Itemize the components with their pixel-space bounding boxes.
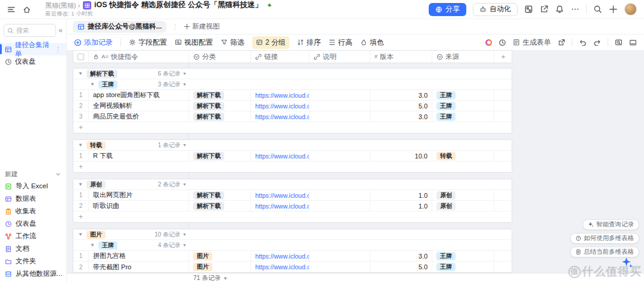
cell-desc[interactable] — [309, 190, 370, 200]
cell-category[interactable]: 解析下载 — [189, 101, 251, 111]
create-dashboard[interactable]: 仪表盘 — [0, 217, 66, 230]
redo-icon[interactable] — [593, 38, 601, 46]
table-row[interactable]: 2 听歌识曲 解析下载 https://www.icloud.com... 1.… — [73, 201, 512, 212]
cell-desc[interactable] — [309, 101, 370, 111]
table-row[interactable]: 3 商品历史最低价 解析下载 https://www.icloud.com...… — [73, 111, 512, 122]
count-dropdown-icon[interactable]: ▼ — [182, 71, 187, 76]
new-section-header[interactable]: 新建 — [0, 168, 66, 180]
cell-version[interactable]: 10.0 — [370, 151, 432, 161]
add-record-row[interactable]: + — [73, 161, 512, 172]
row-number[interactable]: 1 — [73, 151, 89, 161]
widescreen-icon[interactable] — [629, 38, 637, 46]
column-header-desc[interactable]: 说明 — [309, 51, 370, 63]
column-header-link[interactable]: 链接 — [251, 51, 309, 63]
cell-version[interactable]: 3.0 — [370, 251, 432, 261]
add-record-button[interactable]: 添加记录 — [74, 38, 113, 48]
cell-name[interactable]: 取出网页图片 — [89, 190, 189, 200]
collaborator-ring-icon[interactable] — [485, 39, 492, 46]
group-tag[interactable]: 图片 — [86, 231, 106, 239]
sidebar-search-input[interactable] — [16, 27, 46, 34]
cell-desc[interactable] — [309, 111, 370, 122]
group-header[interactable]: ▼ 转载 1 条记录▼ — [73, 140, 512, 151]
cell-source[interactable]: 转载 — [432, 151, 494, 161]
cell-desc[interactable] — [309, 251, 370, 261]
cell-name[interactable]: 听歌识曲 — [89, 201, 189, 211]
collapse-caret-icon[interactable]: ▼ — [90, 242, 95, 248]
ai-query-records-button[interactable]: 智能查询记录 — [583, 219, 639, 230]
table-row[interactable]: 1 R 下载 解析下载 https://www.icloud.com... 10… — [73, 151, 512, 161]
create-datasheet[interactable]: 数据表 — [0, 192, 66, 205]
cell-name[interactable]: app store圆角图标下载 — [89, 90, 189, 100]
group-header[interactable]: ▼ 解析下载 6 条记录▼ — [73, 69, 512, 79]
cell-version[interactable]: 1.0 — [370, 190, 432, 200]
table-row[interactable]: 2 带壳截图 Pro 图片 https://www.icloud.com... … — [73, 262, 512, 272]
row-number[interactable]: 2 — [73, 101, 89, 111]
cell-category[interactable]: 解析下载 — [189, 151, 251, 161]
group-button[interactable]: 2 分组 — [252, 36, 289, 49]
history-clock-icon[interactable] — [499, 38, 506, 46]
create-workflow[interactable]: 工作流 — [0, 230, 66, 242]
cell-link[interactable]: https://www.icloud.com... — [251, 111, 309, 122]
sidebar-item-dashboard[interactable]: 仪表盘 — [0, 55, 66, 68]
cell-source[interactable]: 原创 — [432, 201, 494, 211]
row-number[interactable]: 3 — [73, 111, 89, 122]
filter-button[interactable]: 筛选 — [221, 38, 244, 48]
table-row[interactable]: 1 app store圆角图标下载 解析下载 https://www.iclou… — [73, 90, 512, 101]
cell-source[interactable]: 王牌 — [432, 90, 494, 100]
ai-assistant-button[interactable] — [620, 256, 634, 270]
fill-color-button[interactable]: 填色 — [360, 38, 384, 48]
cell-category[interactable]: 解析下载 — [189, 90, 251, 100]
record-count-footer[interactable]: 71 条记录 ▼ — [67, 273, 644, 283]
sidebar-toggle-icon[interactable] — [7, 5, 16, 14]
group-tag[interactable]: 转载 — [86, 141, 106, 150]
group-tag[interactable]: 解析下载 — [86, 70, 117, 78]
column-header-category[interactable]: 分类 — [189, 51, 251, 63]
automation-button[interactable]: 自动化 — [473, 3, 518, 16]
cell-link[interactable]: https://www.icloud.com... — [251, 190, 309, 200]
breadcrumb[interactable]: 黑猫(黑猫) › — [45, 2, 80, 9]
cell-version[interactable]: 3.0 — [370, 90, 432, 100]
collapse-sidebar-button[interactable]: « — [58, 26, 63, 35]
count-dropdown-icon[interactable]: ▼ — [182, 243, 187, 247]
share-view-icon[interactable] — [558, 38, 565, 46]
cell-link[interactable]: https://www.icloud.com... — [251, 201, 309, 211]
count-dropdown-icon[interactable]: ▼ — [182, 82, 187, 86]
notifications-bell-icon[interactable] — [555, 5, 564, 14]
how-to-use-button[interactable]: 如何使用多维表格 — [570, 233, 639, 244]
share-button[interactable]: 分享 — [429, 3, 466, 16]
cell-name[interactable]: 带壳截图 Pro — [89, 262, 189, 272]
tab-more-icon[interactable]: ⋮ — [172, 23, 178, 30]
cell-category[interactable]: 解析下载 — [189, 111, 251, 122]
search-icon[interactable] — [593, 5, 602, 14]
new-view-button[interactable]: 新建视图 — [184, 22, 219, 31]
cell-category[interactable]: 解析下载 — [189, 190, 251, 200]
collapse-caret-icon[interactable]: ▼ — [78, 232, 83, 237]
add-field-button[interactable]: + — [494, 51, 512, 63]
count-dropdown-icon[interactable]: ▼ — [223, 276, 228, 281]
cell-name[interactable]: 拼图九宫格 — [89, 251, 189, 261]
cell-link[interactable]: https://www.icloud.com... — [251, 151, 309, 161]
cell-link[interactable]: https://www.icloud.com... — [251, 90, 309, 100]
more-icon[interactable] — [571, 5, 580, 14]
create-import-excel[interactable]: 导入 Excel — [0, 180, 66, 192]
cell-source[interactable]: 原创 — [432, 190, 494, 200]
add-record-row[interactable]: + — [73, 122, 512, 133]
share-box-icon[interactable] — [540, 5, 549, 14]
cell-name[interactable]: 商品历史最低价 — [89, 111, 189, 122]
subgroup-header[interactable]: ▼ 王牌 3 条记录▼ — [73, 79, 512, 90]
cell-version[interactable]: 3.0 — [370, 111, 432, 122]
count-dropdown-icon[interactable]: ▼ — [182, 232, 187, 237]
table-row[interactable]: 2 全网视频解析 解析下载 https://www.icloud.com... … — [73, 101, 512, 111]
collapse-caret-icon[interactable]: ▼ — [78, 142, 83, 148]
cell-category[interactable]: 图片 — [189, 251, 251, 261]
cell-link[interactable]: https://www.icloud.com... — [251, 262, 309, 272]
cell-desc[interactable] — [309, 262, 370, 272]
generate-form-button[interactable]: 生成表单 — [513, 38, 551, 48]
count-dropdown-icon[interactable]: ▼ — [182, 143, 187, 147]
collapse-caret-icon[interactable]: ▼ — [78, 71, 83, 76]
column-header-version[interactable]: #版本 — [370, 51, 432, 63]
add-record-row[interactable]: + — [73, 212, 512, 222]
cell-source[interactable]: 王牌 — [432, 101, 494, 111]
cell-source[interactable]: 王牌 — [432, 262, 494, 272]
add-icon[interactable] — [609, 5, 618, 14]
